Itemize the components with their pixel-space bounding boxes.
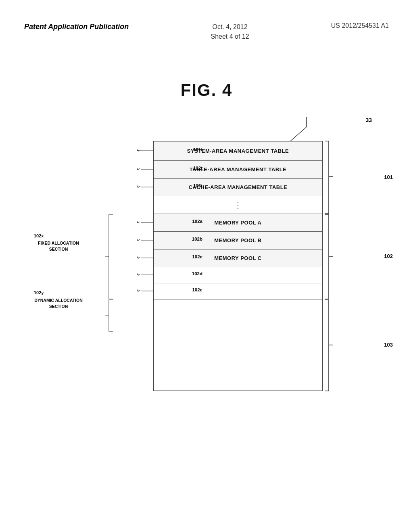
- memory-pool-c-row: MEMORY POOL C: [154, 249, 322, 267]
- table-area-row: TABLE-AREA MANAGEMENT TABLE: [154, 161, 322, 179]
- sheet-label: Sheet 4 of 12: [211, 33, 249, 40]
- ref-101: 101: [384, 174, 393, 180]
- svg-line-0: [290, 127, 307, 141]
- ref-33: 33: [365, 117, 372, 123]
- row-102e: [154, 283, 322, 299]
- ref-102: 102: [384, 253, 393, 259]
- dots-row: ⋮: [154, 196, 322, 214]
- blank-lower: [154, 299, 322, 391]
- ref-102e: 102e: [192, 287, 202, 292]
- ref-102t: 102t: [193, 166, 202, 170]
- date-label: Oct. 4, 2012: [212, 23, 247, 30]
- memory-pool-b-row: MEMORY POOL B: [154, 232, 322, 249]
- diagram-area: 33: [32, 105, 389, 411]
- ref-102c: 102c: [192, 254, 202, 259]
- memory-pool-a-row: MEMORY POOL A: [154, 214, 322, 232]
- publication-label: Patent Application Publication: [24, 22, 129, 31]
- ref-103t: 103t: [193, 183, 202, 188]
- label-fixed-allocation: FIXED ALLOCATIONSECTION: [32, 240, 85, 252]
- ref-102y: 102y: [34, 290, 44, 295]
- patent-number-label: US 2012/254531 A1: [331, 22, 389, 29]
- label-dynamic-allocation: DYNAMIC ALLOCATIONSECTION: [32, 297, 85, 309]
- ref-102d: 102d: [192, 271, 202, 276]
- ref-102b: 102b: [192, 237, 202, 241]
- ref-101t: 101t: [193, 147, 202, 152]
- ref-103: 103: [384, 342, 393, 348]
- cache-area-row: CACHE-AREA MANAGEMENT TABLE: [154, 179, 322, 196]
- ref-102a: 102a: [192, 219, 202, 224]
- row-102d: [154, 267, 322, 283]
- ref-102x: 102x: [34, 233, 44, 239]
- figure-title: FIG. 4: [181, 81, 233, 100]
- memory-rectangle: SYSTEM-AREA MANAGEMENT TABLE TABLE-AREA …: [153, 141, 323, 391]
- system-area-row: SYSTEM-AREA MANAGEMENT TABLE: [154, 141, 322, 161]
